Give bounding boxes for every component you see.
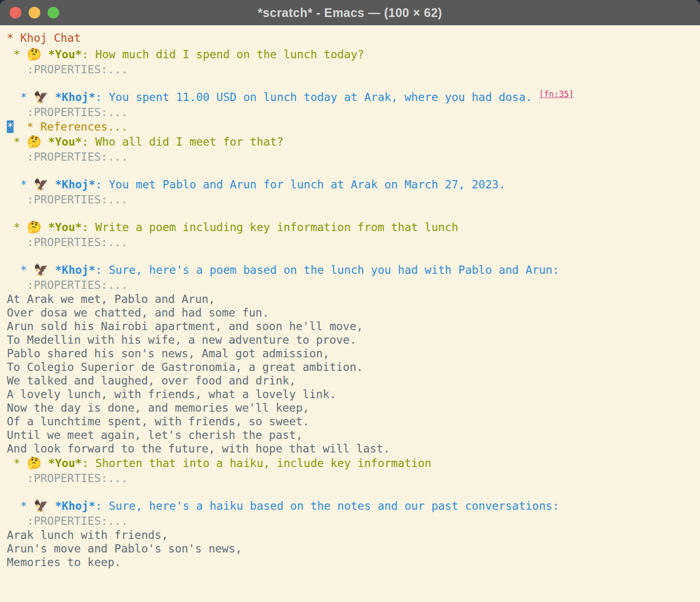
text-segment [42,135,49,148]
text-segment [42,48,49,61]
maximize-button[interactable] [48,7,59,18]
properties-drawer-folded[interactable]: :PROPERTIES:... [7,106,128,118]
close-button[interactable] [10,7,21,18]
buffer-line: Memories to keep. [7,555,698,569]
buffer-line: Arun's move and Pablo's son's news, [7,542,698,555]
titlebar[interactable]: *scratch* - Emacs — (100 × 62) [0,0,700,25]
poem-line: Now the day is done, and memories we'll … [7,401,309,414]
buffer-line: * 🦅 *Khoj*: You spent 11.00 USD on lunch… [7,89,698,105]
text-segment: *You* [48,221,82,234]
poem-line: A lovely lunch, with friends, what a lov… [7,388,336,401]
buffer-line: * 🤔 *You*: Write a poem including key in… [7,219,698,235]
khoj-chat-heading: * Khoj Chat [7,32,81,44]
khoj-message: : You spent 11.00 USD on lunch today at … [95,91,539,103]
haiku-line: Arak lunch with friends, [7,529,168,541]
buffer-line: * Khoj Chat [7,29,698,47]
buffer-line: Arak lunch with friends, [7,528,698,542]
thinking-face-emoji: 🤔 [27,220,42,234]
buffer-line: Until we meet again, let's cherish the p… [7,428,698,442]
properties-drawer-folded[interactable]: :PROPERTIES:... [7,63,128,76]
buffer-line: Arun sold his Nairobi apartment, and soo… [7,319,698,333]
user-message: : Write a poem including key information… [82,221,458,234]
text-segment: * [7,48,27,61]
text-segment [48,178,55,191]
text-segment: *Khoj* [55,91,95,103]
buffer-line: And look forward to the future, with hop… [7,442,698,455]
text-segment: * [7,91,33,103]
text-segment: * [7,221,27,234]
buffer-line: Over dosa we chatted, and had some fun. [7,306,698,319]
thinking-face-emoji: 🤔 [27,48,42,61]
buffer-line: We talked and laughed, over food and dri… [7,374,698,387]
poem-line: Until we meet again, let's cherish the p… [7,429,302,441]
poem-line: Over dosa we chatted, and had some fun. [7,306,269,319]
buffer-line: To Colegio Superior de Gastronomia, a gr… [7,360,698,374]
minimize-button[interactable] [29,7,40,18]
buffer-line: * 🦅 *Khoj*: You met Pablo and Arun for l… [7,177,698,193]
user-message: : Who all did I meet for that? [82,135,283,148]
properties-drawer-folded[interactable]: :PROPERTIES:... [7,279,128,291]
text-cursor: * [7,120,14,133]
buffer-line [7,164,698,177]
khoj-message: : You met Pablo and Arun for lunch at Ar… [95,178,505,191]
buffer-line: At Arak we met, Pablo and Arun, [7,292,698,306]
buffer-line: :PROPERTIES:... [7,514,698,528]
buffer-line [7,485,698,498]
eagle-emoji: 🦅 [33,499,48,513]
properties-drawer-folded[interactable]: :PROPERTIES:... [7,515,128,527]
poem-line: We talked and laughed, over food and dri… [7,374,296,387]
text-segment [14,120,27,133]
window-controls [10,7,59,18]
text-segment [48,500,55,512]
scratch-buffer[interactable]: * Khoj Chat * 🤔 *You*: How much did I sp… [0,25,700,602]
user-message: : Shorten that into a haiku, include key… [82,457,432,469]
haiku-line: Arun's move and Pablo's son's news, [7,542,242,555]
buffer-line: A lovely lunch, with friends, what a lov… [7,387,698,401]
text-segment [48,91,55,103]
buffer-line: * * References... [7,119,698,134]
text-segment: *Khoj* [55,500,95,512]
khoj-message: : Sure, here's a haiku based on the note… [95,500,559,512]
buffer-line: :PROPERTIES:... [7,235,698,250]
eagle-emoji: 🦅 [33,178,48,191]
poem-line: Of a lunchtime spent, with friends, so s… [7,415,309,428]
window-title: *scratch* - Emacs — (100 × 62) [0,6,700,20]
buffer-line: :PROPERTIES:... [7,471,698,485]
buffer-line [7,207,698,219]
buffer-line: :PROPERTIES:... [7,278,698,292]
buffer-line [7,250,698,262]
text-segment: *Khoj* [55,264,95,276]
properties-drawer-folded[interactable]: :PROPERTIES:... [7,236,128,249]
buffer-line: Now the day is done, and memories we'll … [7,401,698,415]
references-heading-folded[interactable]: * References... [27,120,128,133]
poem-line: To Colegio Superior de Gastronomia, a gr… [7,361,363,373]
properties-drawer-folded[interactable]: :PROPERTIES:... [7,150,128,163]
text-segment: * [7,178,33,191]
poem-line: Pablo shared his son's news, Amal got ad… [7,347,330,360]
thinking-face-emoji: 🤔 [27,135,42,149]
buffer-line: :PROPERTIES:... [7,105,698,119]
poem-line: To Medellin with his wife, a new adventu… [7,334,356,346]
text-segment: *You* [48,48,82,61]
buffer-line: To Medellin with his wife, a new adventu… [7,333,698,347]
text-segment [42,457,49,469]
buffer-line: * 🤔 *You*: Who all did I meet for that? [7,134,698,150]
text-segment [48,264,55,276]
text-segment: * [7,457,27,469]
text-segment: *You* [48,457,82,469]
buffer-line: :PROPERTIES:... [7,193,698,207]
properties-drawer-folded[interactable]: :PROPERTIES:... [7,472,128,485]
khoj-message: : Sure, here's a poem based on the lunch… [95,264,559,276]
buffer-line: :PROPERTIES:... [7,150,698,164]
thinking-face-emoji: 🤔 [27,456,42,470]
buffer-line: Of a lunchtime spent, with friends, so s… [7,415,698,428]
buffer-line: * 🤔 *You*: Shorten that into a haiku, in… [7,455,698,471]
eagle-emoji: 🦅 [33,263,48,277]
buffer-line: :PROPERTIES:... [7,63,698,77]
text-segment: *You* [48,135,82,148]
poem-line: And look forward to the future, with hop… [7,442,390,455]
buffer-line: * 🦅 *Khoj*: Sure, here's a haiku based o… [7,498,698,514]
poem-line: At Arak we met, Pablo and Arun, [7,293,215,305]
properties-drawer-folded[interactable]: :PROPERTIES:... [7,193,128,206]
footnote-link[interactable]: [fn:35] [539,89,574,99]
